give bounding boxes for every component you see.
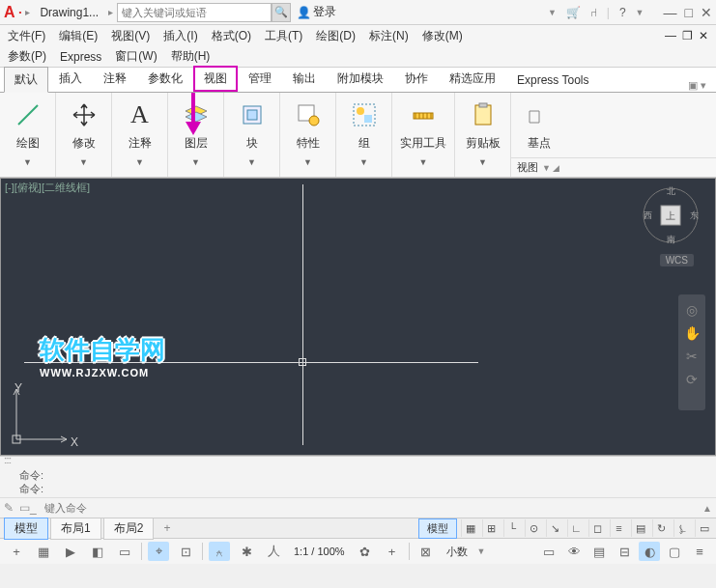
cmd-expand-icon[interactable]: ▲ — [702, 503, 712, 514]
chevron-down-icon[interactable]: ▼ — [478, 157, 487, 167]
nav-pan-icon[interactable]: ✋ — [684, 325, 701, 341]
lwt-icon[interactable]: ≡ — [610, 519, 627, 537]
tab-collab[interactable]: 协作 — [394, 66, 439, 92]
snap-icon[interactable]: ⊞ — [482, 519, 500, 537]
close-button[interactable]: ✕ — [701, 5, 712, 20]
ribbon-collapse-icon[interactable]: ▣ ▾ — [688, 79, 706, 92]
sb-eye-icon[interactable]: 👁 — [563, 542, 585, 561]
menu-window[interactable]: 窗口(W) — [115, 48, 157, 65]
login-drop-icon[interactable]: ▼ — [548, 8, 557, 17]
osnap-icon[interactable]: ∟ — [567, 519, 585, 537]
menu-tools[interactable]: 工具(T) — [265, 28, 302, 44]
menu-insert[interactable]: 插入(I) — [163, 28, 197, 44]
nav-zoom-icon[interactable]: ✂ — [686, 349, 698, 364]
menu-view[interactable]: 视图(V) — [111, 28, 150, 44]
menu-param[interactable]: 参数(P) — [8, 48, 46, 65]
sb-macro-icon[interactable]: ▶ — [60, 542, 81, 561]
sb-gear-icon[interactable]: ✿ — [355, 542, 376, 561]
chevron-down-icon[interactable]: ▼ — [191, 157, 200, 167]
sb-ann-icon[interactable]: ⍲ — [209, 542, 230, 561]
minimize-button[interactable]: — — [664, 5, 677, 20]
ann-mon-icon[interactable]: ⍼ — [673, 519, 691, 537]
sb-person-icon[interactable]: 人 — [263, 542, 284, 561]
cmd-config-icon[interactable]: ✎ — [4, 501, 14, 515]
panel-clipboard[interactable]: 剪贴板 ▼ — [455, 93, 511, 177]
sb-scale[interactable]: 1:1 / 100% — [290, 546, 349, 557]
command-input[interactable] — [43, 500, 697, 516]
panel-block[interactable]: 块 ▼ — [224, 93, 280, 177]
layout-tab-1[interactable]: 布局1 — [50, 518, 101, 540]
doc-restore-button[interactable]: ❐ — [682, 29, 693, 42]
viewcube[interactable]: 上 北 南 西 东 — [640, 184, 702, 246]
chevron-down-icon[interactable]: ▼ — [359, 157, 368, 167]
sb-custom-icon[interactable]: ≡ — [689, 542, 710, 561]
tab-annotate[interactable]: 注释 — [93, 66, 137, 92]
search-input[interactable] — [117, 3, 272, 22]
sb-clean-icon[interactable]: ▢ — [664, 542, 685, 561]
chevron-down-icon[interactable]: ▼ — [477, 546, 486, 556]
file-name[interactable]: Drawing1... — [40, 6, 99, 19]
panel-annotate[interactable]: A 注释 ▼ — [112, 93, 168, 177]
chevron-down-icon[interactable]: ▼ — [247, 157, 256, 167]
menu-draw[interactable]: 绘图(D) — [316, 28, 356, 44]
menu-modify[interactable]: 修改(M) — [422, 28, 463, 44]
panel-group[interactable]: 组 ▼ — [336, 93, 392, 177]
nav-wheel-icon[interactable]: ◎ — [686, 302, 698, 318]
panel-draw[interactable]: 绘图 ▼ — [0, 93, 56, 177]
viewport-caption[interactable]: [-][俯视][二维线框] — [5, 181, 90, 195]
sb-lock-icon[interactable]: ⊠ — [415, 542, 437, 561]
add-layout-button[interactable]: + — [156, 519, 178, 537]
chevron-down-icon[interactable]: ▼ — [23, 157, 32, 167]
panel-base[interactable]: 基点 — [511, 93, 567, 157]
sb-hw-icon[interactable]: ⊟ — [614, 542, 635, 561]
maximize-button[interactable]: □ — [685, 5, 693, 20]
qp-icon[interactable]: ▭ — [695, 519, 712, 537]
drawing-canvas[interactable]: [-][俯视][二维线框] Y X 软件自学网 WWW.RJZXW.COM 上 … — [0, 178, 716, 456]
tab-view[interactable]: 视图 — [193, 66, 238, 92]
cycle-icon[interactable]: ↻ — [652, 519, 670, 537]
sb-qp-icon[interactable]: ▤ — [588, 542, 610, 561]
cart-icon[interactable]: 🛒 — [566, 6, 581, 19]
tab-insert[interactable]: 插入 — [48, 66, 93, 92]
sb-infer-icon[interactable]: ⊡ — [175, 542, 196, 561]
history-back-icon[interactable]: ▸ — [25, 7, 30, 17]
menu-help[interactable]: 帮助(H) — [171, 48, 211, 65]
help-drop-icon[interactable]: ▼ — [636, 8, 644, 17]
sb-layer-icon[interactable]: ◧ — [87, 542, 108, 561]
sb-plus-icon[interactable]: + — [6, 542, 27, 561]
nav-orbit-icon[interactable]: ⟳ — [686, 372, 698, 387]
otrack-icon[interactable]: ◻ — [588, 519, 606, 537]
polar-icon[interactable]: ⊙ — [525, 519, 542, 537]
tab-output[interactable]: 输出 — [282, 66, 327, 92]
ortho-icon[interactable]: └ — [503, 519, 521, 537]
share-icon[interactable]: ⑁ — [590, 6, 597, 19]
tab-express-tools[interactable]: Express Tools — [506, 69, 599, 92]
model-space-button[interactable]: 模型 — [418, 518, 457, 539]
menu-format[interactable]: 格式(O) — [212, 28, 251, 44]
panel-modify[interactable]: 修改 ▼ — [56, 93, 112, 177]
help-icon[interactable]: ? — [619, 6, 626, 19]
chevron-down-icon[interactable]: ▼ — [79, 157, 88, 167]
cmd-grip[interactable] — [0, 457, 716, 466]
menu-edit[interactable]: 编辑(E) — [59, 28, 98, 44]
tab-parametric[interactable]: 参数化 — [137, 66, 193, 92]
sb-units[interactable]: 小数 — [443, 545, 472, 559]
tab-featured[interactable]: 精选应用 — [439, 66, 506, 92]
layout-tab-model[interactable]: 模型 — [4, 518, 48, 540]
transparency-icon[interactable]: ▤ — [631, 519, 648, 537]
chevron-down-icon[interactable]: ▼ — [135, 157, 144, 167]
chevron-down-icon[interactable]: ▼ — [419, 157, 428, 167]
sb-annvis-icon[interactable]: ✱ — [236, 542, 257, 561]
chevron-down-icon[interactable]: ▼ — [303, 157, 312, 167]
sb-plus2-icon[interactable]: + — [382, 542, 403, 561]
grid-icon[interactable]: ▦ — [461, 519, 478, 537]
panel-view-label[interactable]: 视图 ▼ ◢ — [511, 157, 716, 177]
sb-rect-icon[interactable]: ▭ — [114, 542, 135, 561]
iso-icon[interactable]: ↘ — [546, 519, 563, 537]
menu-dim[interactable]: 标注(N) — [369, 28, 409, 44]
sb-ws-icon[interactable]: ▭ — [538, 542, 559, 561]
tab-manage[interactable]: 管理 — [238, 66, 282, 92]
doc-minimize-button[interactable]: — — [665, 29, 676, 42]
search-button[interactable]: 🔍 — [272, 3, 291, 22]
sb-iso-icon[interactable]: ◐ — [639, 542, 660, 561]
